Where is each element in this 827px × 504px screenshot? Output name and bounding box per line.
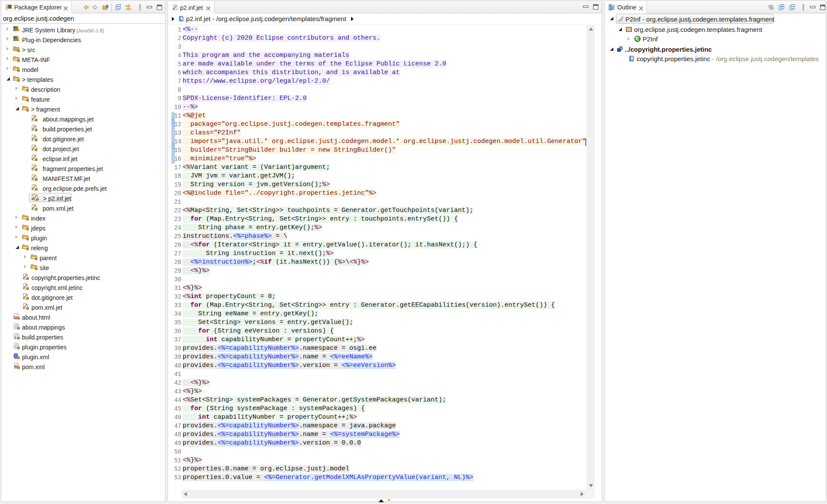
svg-text:0:: 0: <box>15 336 17 339</box>
svg-text:M: M <box>15 364 18 369</box>
svg-text:C: C <box>636 37 639 41</box>
